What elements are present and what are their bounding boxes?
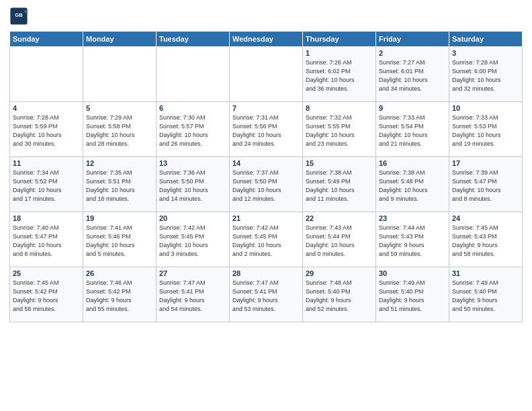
day-number: 27: [159, 269, 226, 277]
day-number: 30: [379, 269, 446, 277]
day-info: Sunrise: 7:40 AMSunset: 5:47 PMDaylight:…: [13, 224, 80, 259]
day-info: Sunrise: 7:47 AMSunset: 5:41 PMDaylight:…: [232, 279, 300, 314]
day-info: Sunrise: 7:44 AMSunset: 5:43 PMDaylight:…: [379, 224, 446, 259]
day-cell: [83, 47, 157, 102]
day-number: 10: [452, 104, 519, 112]
header: GB: [9, 7, 523, 26]
day-info: Sunrise: 7:28 AMSunset: 6:00 PMDaylight:…: [452, 58, 519, 93]
day-cell: 5Sunrise: 7:29 AMSunset: 5:58 PMDaylight…: [83, 102, 157, 157]
day-cell: 1Sunrise: 7:26 AMSunset: 6:02 PMDaylight…: [303, 47, 376, 102]
day-cell: 15Sunrise: 7:38 AMSunset: 5:49 PMDayligh…: [303, 157, 376, 212]
day-cell: 23Sunrise: 7:44 AMSunset: 5:43 PMDayligh…: [376, 212, 449, 267]
day-number: 29: [306, 269, 373, 277]
day-number: 14: [232, 159, 300, 167]
day-number: 6: [159, 104, 226, 112]
day-number: 7: [232, 104, 300, 112]
day-number: 5: [86, 104, 153, 112]
week-row-5: 25Sunrise: 7:45 AMSunset: 5:42 PMDayligh…: [10, 267, 523, 322]
day-cell: 19Sunrise: 7:41 AMSunset: 5:46 PMDayligh…: [83, 212, 157, 267]
day-info: Sunrise: 7:38 AMSunset: 5:48 PMDaylight:…: [379, 169, 446, 203]
day-info: Sunrise: 7:47 AMSunset: 5:41 PMDaylight:…: [159, 279, 226, 314]
day-cell: 4Sunrise: 7:28 AMSunset: 5:59 PMDaylight…: [10, 102, 83, 157]
day-cell: 12Sunrise: 7:35 AMSunset: 5:51 PMDayligh…: [83, 157, 157, 212]
day-cell: 6Sunrise: 7:30 AMSunset: 5:57 PMDaylight…: [157, 102, 230, 157]
day-info: Sunrise: 7:31 AMSunset: 5:56 PMDaylight:…: [232, 113, 300, 148]
day-number: 23: [379, 214, 446, 222]
day-info: Sunrise: 7:42 AMSunset: 5:45 PMDaylight:…: [232, 224, 300, 259]
day-info: Sunrise: 7:30 AMSunset: 5:57 PMDaylight:…: [159, 113, 226, 148]
weekday-header-monday: Monday: [83, 32, 157, 47]
weekday-header-row: SundayMondayTuesdayWednesdayThursdayFrid…: [10, 32, 523, 47]
week-row-3: 11Sunrise: 7:34 AMSunset: 5:52 PMDayligh…: [10, 157, 523, 212]
day-cell: 31Sunrise: 7:49 AMSunset: 5:40 PMDayligh…: [449, 267, 523, 322]
weekday-header-thursday: Thursday: [303, 32, 376, 47]
day-number: 9: [379, 104, 446, 112]
day-cell: 7Sunrise: 7:31 AMSunset: 5:56 PMDaylight…: [230, 102, 303, 157]
day-info: Sunrise: 7:37 AMSunset: 5:50 PMDaylight:…: [232, 169, 300, 203]
day-number: 18: [13, 214, 80, 222]
day-info: Sunrise: 7:49 AMSunset: 5:40 PMDaylight:…: [379, 279, 446, 314]
day-cell: 17Sunrise: 7:39 AMSunset: 5:47 PMDayligh…: [449, 157, 523, 212]
day-cell: 29Sunrise: 7:48 AMSunset: 5:40 PMDayligh…: [303, 267, 376, 322]
weekday-header-saturday: Saturday: [449, 32, 523, 47]
day-cell: 9Sunrise: 7:33 AMSunset: 5:54 PMDaylight…: [376, 102, 449, 157]
day-number: 20: [159, 214, 226, 222]
logo-icon: GB: [9, 7, 28, 26]
day-info: Sunrise: 7:26 AMSunset: 6:02 PMDaylight:…: [306, 58, 373, 93]
day-info: Sunrise: 7:38 AMSunset: 5:49 PMDaylight:…: [306, 169, 373, 203]
day-number: 21: [232, 214, 300, 222]
day-cell: 26Sunrise: 7:46 AMSunset: 5:42 PMDayligh…: [83, 267, 157, 322]
day-number: 26: [86, 269, 153, 277]
day-info: Sunrise: 7:35 AMSunset: 5:51 PMDaylight:…: [86, 169, 153, 203]
day-info: Sunrise: 7:28 AMSunset: 5:59 PMDaylight:…: [13, 113, 80, 148]
week-row-4: 18Sunrise: 7:40 AMSunset: 5:47 PMDayligh…: [10, 212, 523, 267]
day-number: 24: [452, 214, 519, 222]
weekday-header-sunday: Sunday: [10, 32, 83, 47]
day-info: Sunrise: 7:27 AMSunset: 6:01 PMDaylight:…: [379, 58, 446, 93]
day-info: Sunrise: 7:33 AMSunset: 5:53 PMDaylight:…: [452, 113, 519, 148]
day-number: 8: [306, 104, 373, 112]
day-cell: 20Sunrise: 7:42 AMSunset: 5:45 PMDayligh…: [157, 212, 230, 267]
day-number: 2: [379, 49, 446, 57]
day-info: Sunrise: 7:32 AMSunset: 5:55 PMDaylight:…: [306, 113, 373, 148]
day-cell: [230, 47, 303, 102]
day-info: Sunrise: 7:29 AMSunset: 5:58 PMDaylight:…: [86, 113, 153, 148]
day-cell: 28Sunrise: 7:47 AMSunset: 5:41 PMDayligh…: [230, 267, 303, 322]
day-number: 17: [452, 159, 519, 167]
weekday-header-wednesday: Wednesday: [230, 32, 303, 47]
day-cell: [157, 47, 230, 102]
day-info: Sunrise: 7:42 AMSunset: 5:45 PMDaylight:…: [159, 224, 226, 259]
day-number: 19: [86, 214, 153, 222]
day-cell: 27Sunrise: 7:47 AMSunset: 5:41 PMDayligh…: [157, 267, 230, 322]
day-info: Sunrise: 7:36 AMSunset: 5:50 PMDaylight:…: [159, 169, 226, 203]
day-info: Sunrise: 7:39 AMSunset: 5:47 PMDaylight:…: [452, 169, 519, 203]
day-number: 13: [159, 159, 226, 167]
day-number: 4: [13, 104, 80, 112]
day-cell: 13Sunrise: 7:36 AMSunset: 5:50 PMDayligh…: [157, 157, 230, 212]
day-cell: 8Sunrise: 7:32 AMSunset: 5:55 PMDaylight…: [303, 102, 376, 157]
day-cell: 21Sunrise: 7:42 AMSunset: 5:45 PMDayligh…: [230, 212, 303, 267]
day-cell: 11Sunrise: 7:34 AMSunset: 5:52 PMDayligh…: [10, 157, 83, 212]
day-cell: 30Sunrise: 7:49 AMSunset: 5:40 PMDayligh…: [376, 267, 449, 322]
day-info: Sunrise: 7:48 AMSunset: 5:40 PMDaylight:…: [306, 279, 373, 314]
day-number: 15: [306, 159, 373, 167]
day-cell: 14Sunrise: 7:37 AMSunset: 5:50 PMDayligh…: [230, 157, 303, 212]
day-number: 12: [86, 159, 153, 167]
weekday-header-tuesday: Tuesday: [157, 32, 230, 47]
day-number: 28: [232, 269, 300, 277]
day-info: Sunrise: 7:49 AMSunset: 5:40 PMDaylight:…: [452, 279, 519, 314]
day-number: 31: [452, 269, 519, 277]
day-number: 3: [452, 49, 519, 57]
svg-text:GB: GB: [15, 12, 23, 18]
day-cell: 18Sunrise: 7:40 AMSunset: 5:47 PMDayligh…: [10, 212, 83, 267]
weekday-header-friday: Friday: [376, 32, 449, 47]
logo: GB: [9, 7, 31, 26]
day-cell: 10Sunrise: 7:33 AMSunset: 5:53 PMDayligh…: [449, 102, 523, 157]
day-info: Sunrise: 7:43 AMSunset: 5:44 PMDaylight:…: [306, 224, 373, 259]
day-info: Sunrise: 7:45 AMSunset: 5:43 PMDaylight:…: [452, 224, 519, 259]
day-info: Sunrise: 7:41 AMSunset: 5:46 PMDaylight:…: [86, 224, 153, 259]
day-cell: 3Sunrise: 7:28 AMSunset: 6:00 PMDaylight…: [449, 47, 523, 102]
day-number: 22: [306, 214, 373, 222]
day-info: Sunrise: 7:34 AMSunset: 5:52 PMDaylight:…: [13, 169, 80, 203]
day-cell: [10, 47, 83, 102]
